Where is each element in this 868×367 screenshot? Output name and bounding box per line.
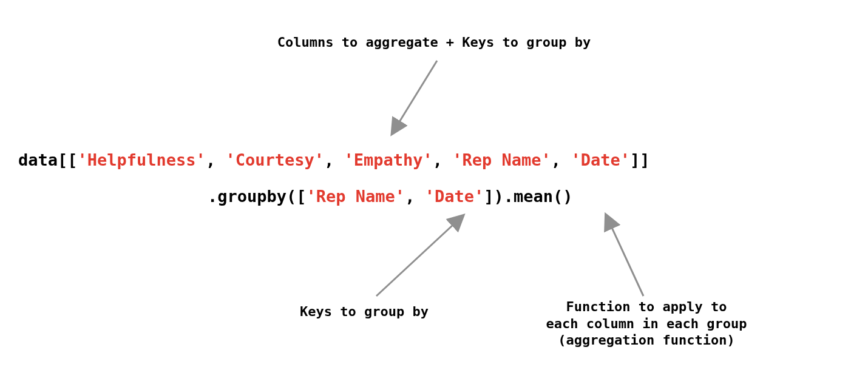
code-sep: , [405,187,425,206]
code-line-2: .groupby(['Rep Name', 'Date']).mean() [208,187,573,206]
svg-line-1 [376,217,461,296]
svg-line-2 [607,217,643,296]
bottom-right-annotation: Function to apply to each column in each… [537,298,756,349]
code-string: 'Empathy' [344,150,432,169]
code-sep: , [433,150,453,169]
arrow-bottom-right [583,211,674,302]
code-string: 'Rep Name' [452,150,551,169]
code-token: ]).mean() [484,187,572,206]
arrow-bottom-left [358,211,480,302]
diagram-stage: Columns to aggregate + Keys to group by … [0,0,868,367]
code-token: ]] [630,150,650,169]
code-sep: , [324,150,344,169]
code-line-1: data[['Helpfulness', 'Courtesy', 'Empath… [18,150,649,169]
code-string: 'Date' [425,187,484,206]
code-string: 'Date' [571,150,630,169]
code-sep: , [551,150,571,169]
code-string: 'Courtesy' [225,150,324,169]
bottom-left-annotation: Keys to group by [279,303,449,320]
code-sep: , [206,150,226,169]
code-string: 'Helpfulness' [78,150,206,169]
code-string: 'Rep Name' [307,187,405,206]
top-annotation: Columns to aggregate + Keys to group by [0,34,868,51]
code-token: data[[ [18,150,78,169]
svg-line-0 [393,61,437,132]
arrow-top [364,58,461,143]
code-token: .groupby([ [208,187,307,206]
